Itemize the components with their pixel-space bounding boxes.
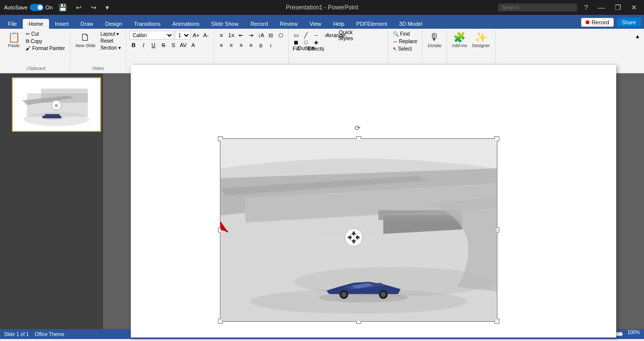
shape-rect[interactable]: ▭	[292, 31, 301, 40]
shape-line[interactable]: ╱	[302, 31, 311, 40]
reset-button[interactable]: Reset	[99, 38, 123, 44]
line-spacing-button[interactable]: ↕	[267, 41, 275, 50]
dictate-button[interactable]: 🎙 Dictate	[426, 31, 443, 50]
autosave-toggle-switch[interactable]	[30, 4, 44, 11]
font-size-decrease-button[interactable]: A-	[202, 31, 211, 40]
svg-rect-26	[348, 236, 352, 238]
tab-design[interactable]: Design	[99, 19, 128, 29]
char-spacing-button[interactable]: AV	[179, 41, 188, 50]
tab-record[interactable]: Record	[244, 19, 273, 29]
slide-thumbnail-1[interactable]: ⊕	[12, 77, 101, 132]
increase-indent-button[interactable]: ⇥	[247, 31, 256, 40]
paste-button[interactable]: 📋 Paste	[5, 31, 23, 50]
format-painter-button[interactable]: 🖌 Format Painter	[24, 45, 67, 52]
cut-button[interactable]: ✂ Cut	[24, 31, 67, 37]
section-label: Section ▾	[101, 45, 121, 51]
paragraph-content: ≡ 1≡ ⇤ ⇥ ↕A ⊟ ⬡ ≡ ≡ ≡ ≡ ⫼ ↕	[217, 31, 285, 65]
record-label: Record	[591, 19, 609, 25]
font-color-button[interactable]: A	[189, 41, 198, 50]
addins-icon: 🧩	[453, 32, 466, 42]
search-input[interactable]	[498, 3, 577, 11]
tab-transitions[interactable]: Transitions	[128, 19, 166, 29]
align-left-button[interactable]: ≡	[217, 41, 226, 50]
editing-content: 🔍 Find ↔ Replace ↖ Select	[391, 31, 419, 65]
title-bar-right: ? — ❐ ✕	[498, 2, 640, 12]
close-button[interactable]: ✕	[628, 2, 640, 12]
font-family-select[interactable]: Calibri	[129, 31, 174, 40]
numbering-button[interactable]: 1≡	[227, 31, 236, 40]
slides-buttons: 🗋 New Slide Layout ▾ Reset Section ▾	[73, 31, 123, 65]
addins-button[interactable]: 🧩 Add-ins	[450, 31, 469, 50]
quick-styles-button[interactable]: Quick Styles	[341, 31, 350, 40]
tab-draw[interactable]: Draw	[75, 19, 100, 29]
strikethrough-button[interactable]: S	[159, 41, 168, 50]
svg-text:⊕: ⊕	[54, 103, 58, 108]
slide-panel: 1 ⊕	[0, 73, 103, 329]
collapse-ribbon-button[interactable]: ▲	[633, 32, 642, 41]
italic-button[interactable]: I	[139, 41, 148, 50]
save-button[interactable]: 💾	[55, 2, 70, 12]
new-slide-label: New Slide	[75, 43, 96, 48]
shape-arrow[interactable]: →	[312, 31, 321, 40]
bullets-button[interactable]: ≡	[217, 31, 226, 40]
record-button[interactable]: Record	[581, 18, 613, 27]
font-size-increase-button[interactable]: A+	[192, 31, 201, 40]
undo-button[interactable]: ↩	[73, 2, 85, 12]
align-text-button[interactable]: ⊟	[267, 31, 275, 40]
smartart-button[interactable]: ⬡	[276, 31, 285, 40]
svg-rect-28	[356, 236, 360, 238]
tab-file[interactable]: File	[2, 19, 23, 29]
align-center-button[interactable]: ≡	[227, 41, 236, 50]
align-right-button[interactable]: ≡	[237, 41, 246, 50]
replace-button[interactable]: ↔ Replace	[391, 38, 419, 45]
customize-button[interactable]: ▾	[103, 2, 112, 12]
tab-animations[interactable]: Animations	[166, 19, 205, 29]
copy-button[interactable]: ⧉ Copy	[24, 38, 67, 45]
slide-item-1[interactable]: 1 ⊕	[2, 77, 101, 132]
layout-label: Layout ▾	[101, 31, 119, 37]
paste-label: Paste	[8, 43, 19, 48]
new-slide-button[interactable]: 🗋 New Slide	[73, 31, 98, 50]
svg-point-19	[381, 292, 386, 297]
shadow-button[interactable]: S	[169, 41, 178, 50]
format-painter-icon: 🖌	[26, 46, 31, 51]
autosave-toggle[interactable]: AutoSave On	[4, 4, 53, 11]
select-button[interactable]: ↖ Select	[391, 46, 414, 52]
help-button[interactable]: ?	[581, 2, 591, 12]
bold-button[interactable]: B	[129, 41, 138, 50]
share-button[interactable]: Share	[617, 18, 641, 27]
layout-button[interactable]: Layout ▾	[99, 31, 123, 37]
tab-review[interactable]: Review	[274, 19, 304, 29]
tab-insert[interactable]: Insert	[49, 19, 75, 29]
font-size-select[interactable]: 18	[175, 31, 191, 40]
addins-content: 🧩 Add-ins ✨ Designer	[450, 31, 492, 65]
maximize-button[interactable]: ❐	[612, 2, 624, 12]
tab-home[interactable]: Home	[23, 19, 49, 29]
3d-model-container[interactable]: ⟳	[220, 138, 497, 322]
tab-view[interactable]: View	[304, 19, 327, 29]
addins-label: Add-ins	[452, 43, 467, 48]
tab-3dmodel[interactable]: 3D Model	[393, 19, 429, 29]
designer-button[interactable]: ✨ Designer	[470, 31, 492, 50]
slide-canvas[interactable]: ⟳	[131, 65, 616, 338]
col-button[interactable]: ⫼	[257, 41, 266, 50]
tab-help[interactable]: Help	[327, 19, 351, 29]
justify-button[interactable]: ≡	[247, 41, 256, 50]
underline-button[interactable]: U	[149, 41, 158, 50]
shape-effects-button[interactable]: ◈ Effects	[312, 41, 321, 50]
minimize-button[interactable]: —	[595, 2, 608, 12]
rotate-handle[interactable]: ⟳	[355, 124, 363, 132]
section-button[interactable]: Section ▾	[99, 45, 123, 51]
designer-icon: ✨	[475, 32, 487, 42]
tab-pdfelement[interactable]: PDFElement	[350, 19, 393, 29]
drawing-content: ▭ ╱ → ○ Arrange Quick Styles ◼ Fill □ Ou…	[292, 31, 384, 65]
tab-slideshow[interactable]: Slide Show	[205, 19, 244, 29]
voice-content: 🎙 Dictate	[426, 31, 443, 65]
reset-label: Reset	[101, 38, 113, 44]
redo-button[interactable]: ↪	[88, 2, 100, 12]
text-direction-button[interactable]: ↕A	[257, 31, 266, 40]
find-button[interactable]: 🔍 Find	[391, 31, 412, 37]
record-dot	[586, 20, 590, 24]
format-painter-label: Format Painter	[32, 46, 65, 51]
decrease-indent-button[interactable]: ⇤	[237, 31, 246, 40]
